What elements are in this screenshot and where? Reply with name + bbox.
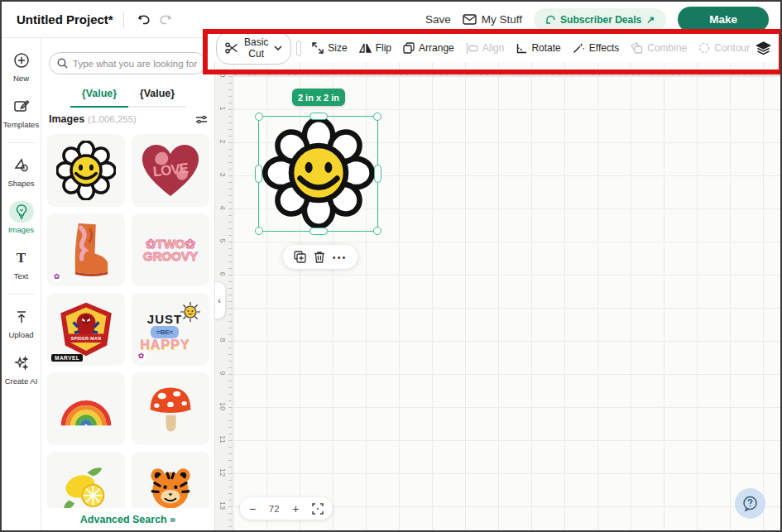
sidebar-item-shapes[interactable]: Shapes: [2, 155, 41, 188]
images-count: (1,006,255): [88, 114, 137, 124]
thumbnail-rainbow[interactable]: [47, 372, 125, 445]
effects-button[interactable]: Effects: [573, 42, 619, 54]
ellipsis-icon: •••: [333, 252, 348, 262]
linetype-dropdown[interactable]: Basic Cut: [216, 31, 291, 65]
canvas-flower-image[interactable]: [262, 118, 375, 228]
make-button[interactable]: Make: [678, 7, 769, 32]
rail-divider: [8, 294, 35, 295]
size-button[interactable]: Size: [312, 42, 347, 54]
thumbnail-two-groovy[interactable]: ✿TWO✿ GROOVY: [132, 213, 209, 286]
sidebar-item-new[interactable]: New: [2, 50, 41, 83]
filter-button[interactable]: [195, 114, 208, 125]
sidebar-item-upload[interactable]: Upload: [2, 306, 41, 339]
header-divider: [123, 12, 124, 28]
undo-button[interactable]: [134, 10, 155, 29]
sidebar-item-templates[interactable]: Templates: [2, 96, 41, 129]
zoom-controls: − 72 +: [240, 497, 333, 520]
more-options-button[interactable]: •••: [333, 252, 348, 262]
selection-action-bar: •••: [283, 245, 357, 269]
jbh-line3: HAPPY: [140, 339, 190, 350]
resize-handle-bottom-left[interactable]: [255, 227, 263, 235]
fit-to-screen-button[interactable]: [312, 503, 324, 515]
rotate-label: Rotate: [531, 42, 560, 54]
sidebar-item-label: Shapes: [7, 179, 34, 188]
sidebar-item-label: New: [13, 74, 29, 83]
selection-box[interactable]: [258, 116, 378, 232]
image-results-grid: LOVE ✿ ✿TWO✿ GROOVY: [47, 134, 209, 525]
resize-handle-bottom[interactable]: [309, 228, 328, 235]
zoom-out-button[interactable]: −: [249, 502, 256, 515]
combine-label: Combine: [647, 42, 687, 54]
contour-button[interactable]: Contour: [698, 42, 750, 54]
ruler-number: 3: [218, 170, 227, 180]
sidebar-item-label: Images: [8, 225, 34, 234]
ruler-number: 0: [218, 70, 227, 80]
linetype-label: Basic Cut: [244, 36, 268, 60]
active-tab-indicator: [70, 106, 128, 108]
my-stuff-label: My Stuff: [482, 13, 522, 26]
sidebar-item-images[interactable]: Images: [2, 201, 41, 234]
combine-button[interactable]: Combine: [631, 42, 687, 54]
resize-handle-top-left[interactable]: [255, 113, 263, 121]
rotate-button[interactable]: Rotate: [516, 42, 560, 54]
new-plus-icon: [9, 50, 34, 71]
thumbnail-spider-man[interactable]: SPIDER-MAN MARVEL: [47, 293, 125, 366]
layers-panel-toggle[interactable]: [756, 41, 771, 55]
arrange-button[interactable]: Arrange: [403, 42, 454, 54]
thumbnail-cowboy-boot[interactable]: ✿: [47, 213, 125, 286]
panel-collapse-handle[interactable]: ‹: [213, 281, 226, 319]
ruler-number: 10: [218, 401, 227, 411]
resize-handle-top-right[interactable]: [373, 113, 381, 121]
help-button[interactable]: [735, 488, 765, 519]
search-bar: [49, 52, 206, 74]
sidebar-item-create-ai[interactable]: Create AI: [2, 352, 41, 386]
save-button[interactable]: Save: [425, 13, 451, 26]
spiderman-banner-text: SPIDER-MAN: [71, 336, 102, 341]
zoom-in-button[interactable]: +: [292, 502, 299, 515]
tab-first[interactable]: {Value}: [70, 83, 128, 106]
sidebar-item-text[interactable]: T Text: [2, 247, 41, 280]
thumbnail-mushroom[interactable]: [132, 372, 209, 445]
tab-underline: [70, 106, 186, 108]
redo-button[interactable]: [155, 10, 175, 29]
premium-badge-icon: ✿: [136, 351, 146, 362]
thumbnail-love-heart[interactable]: LOVE: [132, 134, 209, 207]
help-question-icon: [741, 495, 759, 512]
tab-second[interactable]: {Value}: [128, 83, 186, 106]
delete-button[interactable]: [314, 251, 325, 263]
resize-handle-bottom-right[interactable]: [373, 227, 381, 235]
my-stuff-button[interactable]: My Stuff: [463, 13, 522, 26]
duplicate-button[interactable]: [294, 251, 306, 263]
search-input[interactable]: [73, 59, 197, 69]
thumbnail-flower-smiley[interactable]: [47, 134, 125, 207]
external-arrow-icon: ↗: [646, 14, 655, 26]
subscriber-deals-button[interactable]: Subscriber Deals ↗: [534, 8, 666, 31]
thumbnail-just-be-happy[interactable]: JUST ≈BE≈ HAPPY ✿: [132, 293, 209, 366]
ruler-number: 5: [218, 236, 227, 246]
effects-wand-icon: [573, 42, 585, 54]
design-canvas[interactable]: 012345678910111213 ‹ 2 in x 2 in: [215, 38, 780, 530]
ruler-number: 13: [218, 501, 227, 510]
resize-handle-left[interactable]: [255, 165, 262, 183]
subscriber-deals-label: Subscriber Deals: [560, 14, 641, 26]
rail-divider: [8, 142, 35, 143]
left-rail: New Templates Shapes Images T Text: [2, 38, 41, 530]
color-swatch[interactable]: [297, 41, 300, 55]
search-icon: [57, 58, 68, 69]
templates-icon: [9, 96, 34, 117]
groovy-line1: ✿TWO✿: [143, 237, 198, 250]
contour-icon: [698, 42, 710, 54]
sidebar-item-label: Text: [14, 271, 28, 280]
align-label: Align: [482, 42, 505, 54]
advanced-search-link[interactable]: Advanced Search »: [80, 514, 175, 525]
ruler-number: 6: [218, 269, 227, 279]
make-label: Make: [709, 13, 737, 26]
filter-sliders-icon: [195, 114, 208, 125]
ruler-number: 1: [218, 103, 227, 113]
flip-button[interactable]: Flip: [359, 42, 391, 54]
jbh-line2: ≈BE≈: [151, 326, 179, 338]
resize-handle-right[interactable]: [374, 165, 381, 183]
combine-icon: [631, 42, 643, 54]
resize-handle-top[interactable]: [309, 113, 328, 120]
align-button[interactable]: Align: [466, 42, 505, 54]
